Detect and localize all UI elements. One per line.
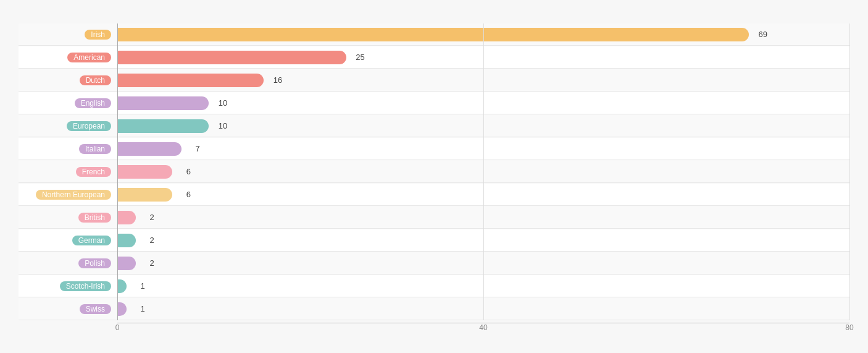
bar-track: 2 (117, 233, 849, 248)
bar-pill-label: German (72, 236, 111, 245)
x-axis-tick: 80 (845, 323, 853, 332)
bar-row: Irish69 (19, 23, 849, 46)
bar-label: Dutch (19, 75, 117, 85)
bar-pill-label: Dutch (80, 75, 111, 85)
bar-label: American (19, 53, 117, 62)
bar-row: British2 (19, 206, 849, 229)
bar-value: 1 (141, 304, 145, 313)
bars-container: Irish69American25Dutch16English10Europea… (19, 23, 849, 320)
bar-track: 25 (117, 50, 849, 65)
bar-label: Swiss (19, 304, 117, 314)
bar-fill: 2 (117, 211, 136, 224)
bar-value: 16 (273, 75, 282, 85)
bar-pill-label: Northern European (36, 190, 111, 200)
bar-value: 25 (356, 53, 364, 62)
bar-pill-label: American (67, 53, 111, 62)
bar-fill: 6 (117, 165, 172, 179)
bar-label: Irish (19, 30, 117, 40)
bar-label: Polish (19, 258, 117, 268)
bar-track: 2 (117, 256, 849, 271)
bar-fill: 7 (117, 142, 182, 156)
bar-label: English (19, 98, 117, 108)
bar-pill-label: French (76, 167, 111, 177)
bar-row: European10 (19, 115, 849, 137)
bar-pill-label: English (75, 98, 111, 108)
bar-row: Swiss1 (19, 298, 849, 320)
bar-value: 2 (149, 258, 154, 268)
bar-value: 1 (141, 281, 145, 291)
bar-fill: 10 (117, 119, 209, 133)
bar-label: Northern European (19, 190, 117, 200)
bar-fill: 10 (117, 96, 209, 110)
bar-row: American25 (19, 46, 849, 69)
bar-label: French (19, 167, 117, 177)
bar-track: 69 (117, 27, 849, 42)
bar-pill-label: Swiss (80, 304, 111, 314)
bar-pill-label: British (78, 213, 111, 223)
bar-row: German2 (19, 229, 849, 252)
bar-fill: 2 (117, 234, 136, 247)
bar-fill: 2 (117, 257, 136, 270)
bar-track: 6 (117, 164, 849, 179)
bar-row: Dutch16 (19, 69, 849, 91)
bar-pill-label: European (67, 121, 111, 131)
bar-pill-label: Irish (85, 30, 111, 40)
bar-value: 6 (186, 190, 191, 199)
bar-fill: 1 (117, 279, 127, 293)
x-axis-tick: 40 (479, 323, 487, 332)
bar-row: Italian7 (19, 138, 849, 160)
bar-fill: 69 (117, 28, 749, 41)
bar-pill-label: Italian (79, 144, 111, 154)
x-axis: 04080 (117, 323, 849, 338)
bar-fill: 6 (117, 188, 172, 202)
bar-track: 6 (117, 187, 849, 202)
bar-label: Scotch-Irish (19, 281, 117, 291)
bar-label: British (19, 213, 117, 223)
bar-row: Polish2 (19, 252, 849, 274)
chart-area: Irish69American25Dutch16English10Europea… (19, 23, 849, 338)
bar-track: 1 (117, 279, 849, 294)
bar-track: 2 (117, 210, 849, 225)
bar-track: 1 (117, 302, 849, 317)
bar-track: 16 (117, 73, 849, 88)
bar-label: European (19, 121, 117, 131)
bar-label: German (19, 236, 117, 245)
bar-row: Scotch-Irish1 (19, 275, 849, 297)
bar-track: 7 (117, 142, 849, 156)
bar-value: 10 (219, 98, 227, 108)
bar-row: English10 (19, 92, 849, 114)
x-axis-tick: 0 (115, 323, 120, 332)
bar-pill-label: Scotch-Irish (60, 281, 111, 291)
bar-fill: 16 (117, 74, 264, 87)
bar-fill: 25 (117, 51, 346, 64)
bar-value: 7 (196, 144, 200, 153)
bar-value: 2 (149, 213, 154, 222)
bar-row: Northern European6 (19, 184, 849, 206)
bar-value: 6 (186, 167, 191, 176)
bar-value: 2 (149, 236, 154, 245)
bar-track: 10 (117, 119, 849, 134)
bar-track: 10 (117, 96, 849, 111)
bar-row: French6 (19, 161, 849, 183)
bar-pill-label: Polish (78, 258, 111, 268)
bar-value: 69 (758, 30, 767, 39)
bar-label: Italian (19, 144, 117, 154)
grid-line (849, 23, 850, 320)
bar-value: 10 (219, 121, 227, 130)
bar-fill: 1 (117, 302, 127, 316)
